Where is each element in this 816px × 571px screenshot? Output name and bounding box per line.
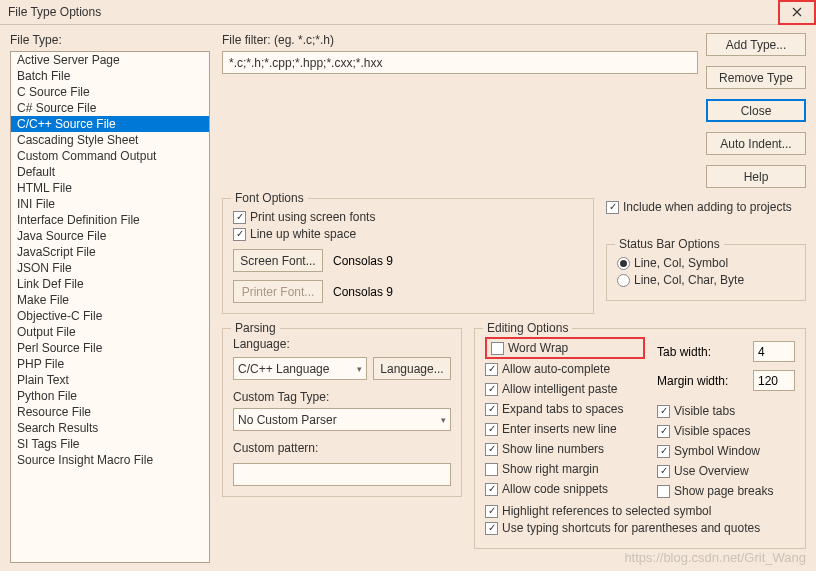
highlight-refs-checkbox[interactable] bbox=[485, 505, 498, 518]
include-projects-label: Include when adding to projects bbox=[623, 200, 792, 214]
list-item[interactable]: C# Source File bbox=[11, 100, 209, 116]
custom-pattern-input[interactable] bbox=[233, 463, 451, 486]
list-item[interactable]: Active Server Page bbox=[11, 52, 209, 68]
list-item[interactable]: Link Def File bbox=[11, 276, 209, 292]
auto-indent-button[interactable]: Auto Indent... bbox=[706, 132, 806, 155]
list-item[interactable]: Perl Source File bbox=[11, 340, 209, 356]
file-type-label: File Type: bbox=[10, 33, 210, 47]
custom-pattern-label: Custom pattern: bbox=[233, 441, 451, 455]
highlight-refs-label: Highlight references to selected symbol bbox=[502, 504, 711, 518]
language-select[interactable]: C/C++ Language▾ bbox=[233, 357, 367, 380]
list-item[interactable]: C Source File bbox=[11, 84, 209, 100]
list-item[interactable]: JavaScript File bbox=[11, 244, 209, 260]
line-numbers-checkbox[interactable] bbox=[485, 443, 498, 456]
screen-font-value: Consolas 9 bbox=[333, 254, 393, 268]
file-type-listbox[interactable]: Active Server PageBatch FileC Source Fil… bbox=[10, 51, 210, 563]
font-options-legend: Font Options bbox=[231, 191, 308, 205]
chevron-down-icon: ▾ bbox=[357, 364, 362, 374]
symbol-window-label: Symbol Window bbox=[674, 444, 760, 458]
list-item[interactable]: Cascading Style Sheet bbox=[11, 132, 209, 148]
intelligent-paste-checkbox[interactable] bbox=[485, 383, 498, 396]
enter-newline-label: Enter inserts new line bbox=[502, 422, 617, 436]
list-item[interactable]: Default bbox=[11, 164, 209, 180]
status-bar-legend: Status Bar Options bbox=[615, 237, 724, 251]
file-filter-input[interactable] bbox=[222, 51, 698, 74]
list-item[interactable]: SI Tags File bbox=[11, 436, 209, 452]
editing-legend: Editing Options bbox=[483, 321, 572, 335]
language-button[interactable]: Language... bbox=[373, 357, 451, 380]
print-screen-fonts-checkbox[interactable] bbox=[233, 211, 246, 224]
tab-width-input[interactable]: 4 bbox=[753, 341, 795, 362]
list-item[interactable]: PHP File bbox=[11, 356, 209, 372]
list-item[interactable]: Custom Command Output bbox=[11, 148, 209, 164]
status-opt2-label: Line, Col, Char, Byte bbox=[634, 273, 744, 287]
file-filter-label: File filter: (eg. *.c;*.h) bbox=[222, 33, 698, 47]
help-button[interactable]: Help bbox=[706, 165, 806, 188]
parsing-legend: Parsing bbox=[231, 321, 280, 335]
list-item[interactable]: Objective-C File bbox=[11, 308, 209, 324]
intelligent-paste-label: Allow intelligent paste bbox=[502, 382, 617, 396]
visible-tabs-checkbox[interactable] bbox=[657, 405, 670, 418]
list-item[interactable]: Source Insight Macro File bbox=[11, 452, 209, 468]
list-item[interactable]: Make File bbox=[11, 292, 209, 308]
list-item[interactable]: C/C++ Source File bbox=[11, 116, 209, 132]
code-snippets-checkbox[interactable] bbox=[485, 483, 498, 496]
add-type-button[interactable]: Add Type... bbox=[706, 33, 806, 56]
list-item[interactable]: Search Results bbox=[11, 420, 209, 436]
window-title: File Type Options bbox=[8, 5, 778, 19]
margin-width-input[interactable]: 120 bbox=[753, 370, 795, 391]
page-breaks-checkbox[interactable] bbox=[657, 485, 670, 498]
list-item[interactable]: INI File bbox=[11, 196, 209, 212]
list-item[interactable]: Resource File bbox=[11, 404, 209, 420]
symbol-window-checkbox[interactable] bbox=[657, 445, 670, 458]
printer-font-value: Consolas 9 bbox=[333, 285, 393, 299]
status-opt2-radio[interactable] bbox=[617, 274, 630, 287]
list-item[interactable]: Batch File bbox=[11, 68, 209, 84]
word-wrap-label: Word Wrap bbox=[508, 341, 568, 355]
tag-type-label: Custom Tag Type: bbox=[233, 390, 451, 404]
printer-font-button[interactable]: Printer Font... bbox=[233, 280, 323, 303]
remove-type-button[interactable]: Remove Type bbox=[706, 66, 806, 89]
code-snippets-label: Allow code snippets bbox=[502, 482, 608, 496]
expand-tabs-checkbox[interactable] bbox=[485, 403, 498, 416]
right-margin-checkbox[interactable] bbox=[485, 463, 498, 476]
word-wrap-checkbox[interactable] bbox=[491, 342, 504, 355]
list-item[interactable]: Interface Definition File bbox=[11, 212, 209, 228]
close-icon[interactable] bbox=[778, 0, 816, 25]
close-button[interactable]: Close bbox=[706, 99, 806, 122]
status-opt1-radio[interactable] bbox=[617, 257, 630, 270]
page-breaks-label: Show page breaks bbox=[674, 484, 773, 498]
right-margin-label: Show right margin bbox=[502, 462, 599, 476]
use-overview-label: Use Overview bbox=[674, 464, 749, 478]
visible-spaces-checkbox[interactable] bbox=[657, 425, 670, 438]
list-item[interactable]: Python File bbox=[11, 388, 209, 404]
titlebar: File Type Options bbox=[0, 0, 816, 25]
enter-newline-checkbox[interactable] bbox=[485, 423, 498, 436]
expand-tabs-label: Expand tabs to spaces bbox=[502, 402, 623, 416]
list-item[interactable]: Output File bbox=[11, 324, 209, 340]
tab-width-label: Tab width: bbox=[657, 345, 711, 359]
margin-width-label: Margin width: bbox=[657, 374, 728, 388]
list-item[interactable]: Plain Text bbox=[11, 372, 209, 388]
screen-font-button[interactable]: Screen Font... bbox=[233, 249, 323, 272]
auto-complete-checkbox[interactable] bbox=[485, 363, 498, 376]
print-screen-fonts-label: Print using screen fonts bbox=[250, 210, 375, 224]
font-options-group: Font Options Print using screen fonts Li… bbox=[222, 198, 594, 314]
list-item[interactable]: JSON File bbox=[11, 260, 209, 276]
tag-type-select[interactable]: No Custom Parser▾ bbox=[233, 408, 451, 431]
visible-spaces-label: Visible spaces bbox=[674, 424, 751, 438]
typing-shortcuts-checkbox[interactable] bbox=[485, 522, 498, 535]
list-item[interactable]: Java Source File bbox=[11, 228, 209, 244]
use-overview-checkbox[interactable] bbox=[657, 465, 670, 478]
language-label: Language: bbox=[233, 337, 451, 351]
lineup-whitespace-label: Line up white space bbox=[250, 227, 356, 241]
lineup-whitespace-checkbox[interactable] bbox=[233, 228, 246, 241]
visible-tabs-label: Visible tabs bbox=[674, 404, 735, 418]
include-projects-checkbox[interactable] bbox=[606, 201, 619, 214]
chevron-down-icon: ▾ bbox=[441, 415, 446, 425]
typing-shortcuts-label: Use typing shortcuts for parentheses and… bbox=[502, 521, 760, 535]
list-item[interactable]: HTML File bbox=[11, 180, 209, 196]
status-opt1-label: Line, Col, Symbol bbox=[634, 256, 728, 270]
parsing-group: Parsing Language: C/C++ Language▾ Langua… bbox=[222, 328, 462, 497]
line-numbers-label: Show line numbers bbox=[502, 442, 604, 456]
